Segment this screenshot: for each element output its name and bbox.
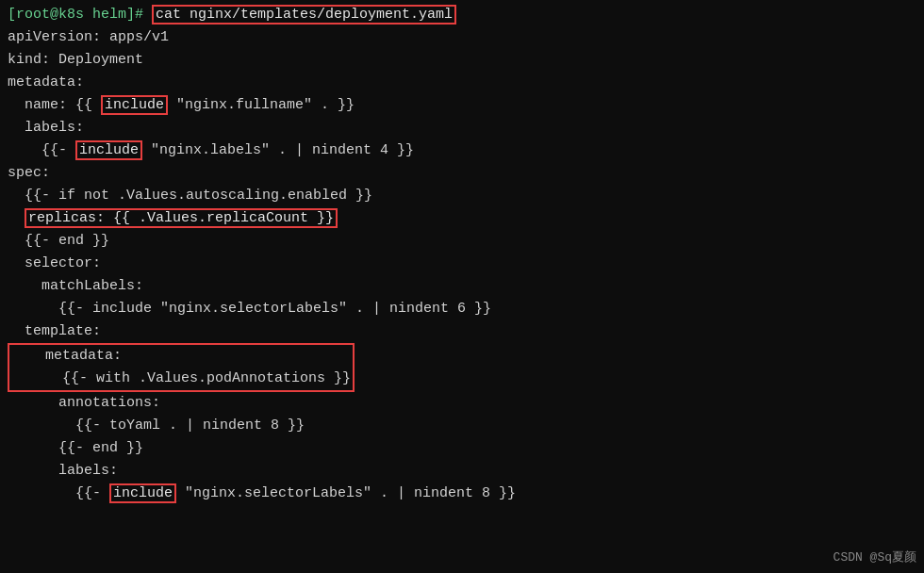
terminal-window: [root@k8s helm]# cat nginx/templates/dep… xyxy=(0,0,924,573)
line-9: {{- if not .Values.autoscaling.enabled }… xyxy=(8,185,916,207)
line-20: {{- end }} xyxy=(8,437,916,460)
line-10: replicas: {{ .Values.replicaCount }} xyxy=(8,207,916,230)
line-8: spec: xyxy=(8,162,916,185)
line-1: [root@k8s helm]# cat nginx/templates/dep… xyxy=(8,4,916,26)
block-highlight: metadata: {{- with .Values.podAnnotation… xyxy=(8,343,355,392)
line-5: name: {{ include "nginx.fullname" . }} xyxy=(8,94,916,117)
include-highlight-3: include xyxy=(109,483,176,503)
line-7: {{- include "nginx.labels" . | nindent 4… xyxy=(8,139,916,162)
line-2: apiVersion: apps/v1 xyxy=(8,26,916,49)
replicas-highlight: replicas: {{ .Values.replicaCount }} xyxy=(25,208,338,228)
line-17: {{- with .Values.podAnnotations }} xyxy=(11,368,351,390)
line-4: metadata: xyxy=(8,72,916,94)
watermark: CSDN @Sq夏颜 xyxy=(833,548,916,565)
line-13: matchLabels: xyxy=(8,275,916,298)
include-highlight-1: include xyxy=(101,95,168,115)
line-11: {{- end }} xyxy=(8,230,916,253)
line-12: selector: xyxy=(8,253,916,275)
line-6: labels: xyxy=(8,117,916,139)
line-14: {{- include "nginx.selectorLabels" . | n… xyxy=(8,298,916,320)
line-15: template: xyxy=(8,320,916,343)
prompt: [root@k8s helm]# xyxy=(8,7,152,23)
line-19: {{- toYaml . | nindent 8 }} xyxy=(8,415,916,437)
line-3: kind: Deployment xyxy=(8,49,916,72)
line-16: metadata: xyxy=(11,345,351,368)
command-highlight: cat nginx/templates/deployment.yaml xyxy=(152,5,456,25)
line-21: labels: xyxy=(8,460,916,483)
line-22: {{- include "nginx.selectorLabels" . | n… xyxy=(8,483,916,505)
line-18: annotations: xyxy=(8,392,916,415)
include-highlight-2: include xyxy=(75,140,142,160)
